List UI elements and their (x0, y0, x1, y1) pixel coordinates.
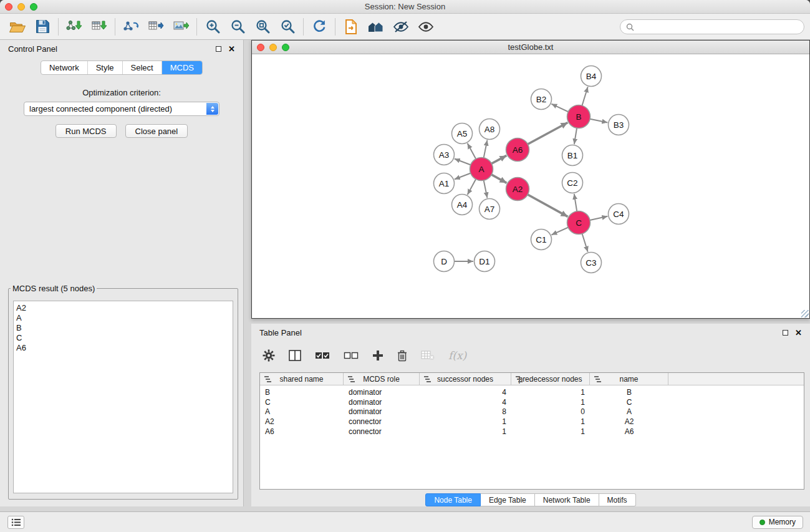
tab-edge-table[interactable]: Edge Table (481, 493, 535, 506)
add-column-button[interactable] (372, 350, 383, 361)
graph-node-B2[interactable]: B2 (531, 89, 552, 110)
graph-node-A4[interactable]: A4 (452, 195, 473, 215)
save-session-button[interactable] (30, 16, 55, 37)
tab-mcds[interactable]: MCDS (162, 61, 202, 74)
graph-node-C[interactable]: C (567, 211, 591, 235)
graph-node-D[interactable]: D (434, 251, 455, 272)
svg-text:A6: A6 (513, 145, 523, 155)
import-table-file-button[interactable] (87, 16, 112, 37)
criterion-select[interactable]: largest connected component (directed) (24, 102, 219, 116)
table-row[interactable]: Cdominator41C (260, 397, 804, 407)
run-mcds-button[interactable]: Run MCDS (55, 124, 117, 138)
refresh-view-button[interactable] (307, 16, 332, 37)
float-table-panel-icon[interactable] (783, 330, 788, 336)
open-file-button[interactable] (5, 16, 30, 37)
table-row[interactable]: A6connector11A6 (260, 427, 804, 437)
mcds-result-item[interactable]: C (16, 333, 230, 343)
table-row[interactable]: Bdominator41B (260, 387, 804, 397)
home-view-button[interactable] (364, 16, 388, 37)
table-cell: dominator (344, 407, 420, 416)
mcds-result-item[interactable]: A (16, 313, 230, 323)
graph-node-C2[interactable]: C2 (562, 173, 583, 193)
graph-node-A5[interactable]: A5 (452, 123, 473, 144)
memory-label: Memory (769, 518, 796, 526)
function-builder-button[interactable]: f(x) (448, 349, 466, 362)
graph-node-B4[interactable]: B4 (581, 66, 602, 87)
graph-node-A3[interactable]: A3 (434, 145, 455, 165)
combo-arrows-icon (206, 103, 218, 115)
delete-table-button[interactable] (421, 351, 435, 360)
export-image-button[interactable] (168, 16, 193, 37)
delete-column-button[interactable] (397, 350, 407, 362)
svg-text:C2: C2 (567, 178, 577, 188)
graph-node-A1[interactable]: A1 (434, 173, 455, 194)
graph-node-B1[interactable]: B1 (562, 145, 583, 166)
graph-node-D1[interactable]: D1 (475, 251, 495, 272)
search-input[interactable] (637, 22, 798, 32)
table-cell: 1 (511, 417, 590, 426)
column-header-predecessor-nodes[interactable]: predecessor nodes (511, 373, 590, 385)
mcds-result-title: MCDS result (5 nodes) (11, 284, 97, 293)
close-panel-button[interactable]: Close panel (125, 124, 188, 138)
graph-node-C1[interactable]: C1 (531, 230, 552, 250)
svg-text:C4: C4 (613, 210, 624, 219)
graph-node-A2[interactable]: A2 (506, 178, 529, 201)
tab-style[interactable]: Style (88, 61, 123, 74)
hide-graphics-details-button[interactable] (388, 16, 413, 37)
column-header-MCDS-role[interactable]: MCDS role (344, 373, 420, 385)
show-columns-button[interactable] (289, 350, 301, 361)
network-window-titlebar: testGlobe.txt (252, 41, 809, 54)
open-session-button[interactable] (339, 16, 364, 37)
status-list-button[interactable] (7, 516, 24, 529)
zoom-selected-button[interactable] (275, 16, 300, 37)
network-graph[interactable]: B4B2BB3A8A5A6A3B1AC2A1A2A4A7C4CC1DD1C3 (252, 55, 809, 318)
tab-select[interactable]: Select (123, 61, 162, 74)
resize-grip[interactable] (801, 310, 809, 317)
column-type-icon (594, 376, 601, 382)
svg-text:D: D (441, 257, 447, 266)
tab-network-table[interactable]: Network Table (535, 493, 599, 506)
close-table-panel-icon[interactable]: ✕ (795, 329, 802, 337)
table-toolbar: f(x) (251, 342, 810, 369)
list-icon (11, 518, 21, 526)
mcds-result-list[interactable]: A2ABCA6 (13, 301, 233, 493)
tab-node-table[interactable]: Node Table (425, 493, 481, 506)
graph-node-B3[interactable]: B3 (609, 115, 629, 135)
new-table-button[interactable] (143, 16, 168, 37)
zoom-fit-button[interactable] (250, 16, 275, 37)
column-header-successor-nodes[interactable]: successor nodes (420, 373, 511, 385)
graph-node-C4[interactable]: C4 (609, 204, 629, 225)
deselect-all-button[interactable] (344, 351, 359, 360)
memory-button[interactable]: Memory (752, 516, 803, 529)
graph-node-B[interactable]: B (567, 105, 591, 128)
import-network-file-button[interactable] (62, 16, 87, 37)
tab-motifs[interactable]: Motifs (599, 493, 636, 506)
show-graphics-details-button[interactable] (413, 16, 438, 37)
trash-icon (397, 350, 407, 362)
mcds-result-item[interactable]: A2 (16, 303, 230, 313)
table-cell: 4 (420, 388, 511, 397)
zoom-in-button[interactable] (200, 16, 225, 37)
graph-node-A7[interactable]: A7 (480, 199, 500, 220)
network-canvas[interactable]: B4B2BB3A8A5A6A3B1AC2A1A2A4A7C4CC1DD1C3 (252, 55, 809, 318)
mcds-result-item[interactable]: A6 (16, 343, 230, 353)
graph-node-A[interactable]: A (470, 158, 493, 181)
graph-node-A6[interactable]: A6 (506, 138, 529, 162)
column-header-shared-name[interactable]: shared name (260, 373, 344, 385)
table-settings-button[interactable] (263, 349, 275, 362)
zoom-out-button[interactable] (225, 16, 250, 37)
close-panel-icon[interactable]: ✕ (228, 45, 235, 53)
table-row[interactable]: A2connector11A2 (260, 417, 804, 427)
tab-network[interactable]: Network (41, 61, 88, 74)
mcds-result-item[interactable]: B (16, 323, 230, 333)
table-row[interactable]: Adominator80A (260, 407, 804, 417)
select-all-button[interactable] (315, 351, 330, 360)
graph-node-A8[interactable]: A8 (480, 119, 500, 140)
table-cell: 4 (420, 398, 511, 407)
main-toolbar (0, 14, 810, 40)
float-panel-icon[interactable] (216, 46, 221, 52)
graph-node-C3[interactable]: C3 (581, 253, 602, 273)
column-header-name[interactable]: name (590, 373, 668, 385)
new-network-button[interactable] (118, 16, 143, 37)
search-box[interactable] (620, 19, 804, 34)
